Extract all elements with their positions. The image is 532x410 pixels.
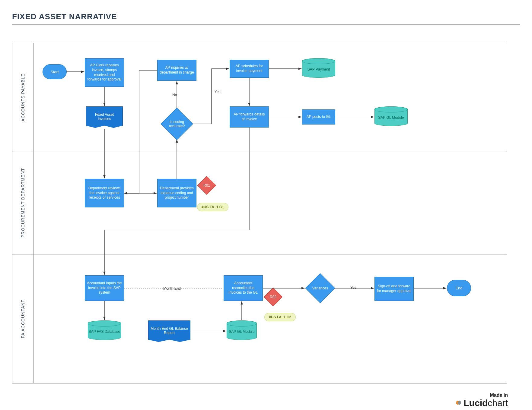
acct-reconciles-box: Accountant reconciles the invoices to th… (224, 275, 263, 301)
variances-decision: Variances (305, 273, 335, 303)
dept-reviews-box: Department reviews the invoice against r… (85, 179, 124, 207)
lucidchart-brand: Lucidchart (12, 398, 508, 408)
variances-text: Variances (310, 286, 330, 290)
signoff-text: Sign-off and forward for manager approva… (377, 284, 412, 293)
coding-accurate-text: Is coding accurate? (166, 120, 188, 128)
ref2-pill: #US.FA..1.C2 (264, 313, 296, 321)
sap-fas-db: SAP FAS Database (88, 320, 121, 340)
sap-payment-db: SAP Payment (302, 58, 335, 78)
ap-posts-gl-text: AP posts to GL (307, 115, 331, 119)
label-month-end: Month End (163, 286, 181, 291)
made-in-label: Made in (12, 393, 508, 398)
label-yes: Yes (215, 90, 221, 94)
brand-light: chart (488, 398, 508, 408)
ap-receives-text: AP Clerk receives invoice, stamps receiv… (87, 63, 122, 82)
label-yes2: Yes (350, 285, 356, 290)
sap-gl-module2-db: SAP GL Module (227, 320, 257, 340)
month-end-report-text: Month End GL Balance Report (150, 326, 188, 335)
arrows-layer (12, 43, 507, 383)
coding-accurate-decision: Is coding accurate? (161, 108, 193, 140)
ref1-text: #US.FA..1.C1 (202, 205, 224, 209)
end-label: End (455, 286, 462, 290)
r01-text: R01 (200, 183, 213, 188)
page-title: FIXED ASSET NARRATIVE (12, 12, 520, 25)
lane-divider-vertical (33, 43, 34, 383)
ap-inquires-text: AP inquires w/ department in charge (159, 65, 194, 75)
brand-bold: Lucid (464, 398, 488, 408)
lane-divider-1 (12, 152, 507, 152)
ap-forwards-box: AP forwards details of invoice (230, 106, 269, 128)
sap-fas-db-text: SAP FAS Database (88, 320, 121, 340)
ap-schedules-box: AP schedules for invoice payment (230, 60, 269, 78)
lane-label-ap: ACCOUNTS PAYABLE (12, 43, 33, 152)
acct-reconciles-text: Accountant reconciles the invoices to th… (226, 281, 261, 295)
start-label: Start (50, 70, 59, 74)
lane-label-proc: PROCUREMENT DEPARTMENT (12, 152, 33, 254)
ap-schedules-text: AP schedules for invoice payment (232, 64, 267, 73)
ref1-pill: #US.FA..1.C1 (197, 203, 228, 211)
month-end-report-doc: Month End GL Balance Report (148, 320, 190, 343)
sap-gl-module2-text: SAP GL Module (227, 320, 257, 340)
acct-inputs-box: Accountant inputs the invoice into the S… (85, 275, 124, 301)
ap-posts-gl-box: AP posts to GL (302, 109, 335, 125)
sap-gl-module-text: SAP GL Module (374, 106, 408, 126)
ap-inquires-box: AP inquires w/ department in charge (157, 60, 196, 81)
dept-provides-box: Department provides expense coding and p… (157, 179, 196, 207)
lane-divider-2 (12, 254, 507, 254)
start-terminator: Start (43, 64, 67, 79)
ap-forwards-text: AP forwards details of invoice (232, 112, 267, 121)
ap-receives-box: AP Clerk receives invoice, stamps receiv… (85, 58, 124, 87)
r02-text: R02 (267, 295, 279, 299)
ref2-text: #US.FA..1.C2 (269, 315, 291, 319)
label-no: No (172, 93, 177, 97)
signoff-box: Sign-off and forward for manager approva… (374, 277, 414, 301)
dept-reviews-text: Department reviews the invoice against r… (87, 186, 122, 200)
r01-risk: R01 (197, 176, 216, 195)
footer: Made in Lucidchart (12, 393, 520, 408)
dept-provides-text: Department provides expense coding and p… (159, 186, 194, 200)
fixed-asset-invoices-doc: Fixed Asset Invoices (86, 106, 123, 129)
lucidchart-logo-icon (454, 399, 462, 407)
r02-risk: R02 (264, 288, 282, 306)
end-terminator: End (447, 280, 471, 296)
sap-gl-module-db: SAP GL Module (374, 106, 408, 126)
acct-inputs-text: Accountant inputs the invoice into the S… (87, 281, 122, 295)
sap-payment-text: SAP Payment (302, 58, 335, 78)
lane-label-fa: FA ACCOUNTANT (12, 254, 33, 384)
swimlane-diagram: ACCOUNTS PAYABLE PROCUREMENT DEPARTMENT … (12, 43, 507, 383)
fixed-asset-invoices-text: Fixed Asset Invoices (88, 112, 121, 121)
